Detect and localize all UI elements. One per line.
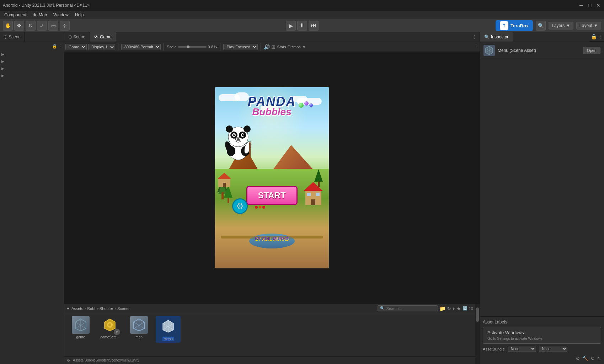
game-display-select[interactable]: Game bbox=[65, 44, 87, 50]
search-button[interactable]: 🔍 bbox=[536, 21, 546, 31]
more-inspector-icon[interactable]: ⋮ bbox=[598, 34, 603, 39]
svg-point-12 bbox=[226, 125, 233, 133]
cursor-icon[interactable]: ↖ bbox=[597, 355, 601, 361]
inspector-tabs: 🔍 Inspector 🔒 ⋮ bbox=[480, 32, 604, 42]
asset-bundle-row: AssetBundle None None bbox=[483, 346, 601, 352]
layout-label: Layout bbox=[579, 23, 592, 28]
toolbar-move-tool[interactable]: ✥ bbox=[14, 21, 24, 31]
menu-window[interactable]: Window bbox=[50, 12, 71, 18]
toolbar-hand-tool[interactable]: ✋ bbox=[3, 21, 13, 31]
asset-bundle-label: AssetBundle bbox=[483, 347, 505, 351]
start-button[interactable]: START bbox=[246, 186, 297, 205]
game-toolbar: Game Display 1 800x480 Portrait Scale 0.… bbox=[64, 42, 480, 52]
sync-icon[interactable]: ↻ bbox=[447, 306, 451, 311]
open-button[interactable]: Open bbox=[583, 47, 600, 54]
favorite-icon[interactable]: ♦ bbox=[453, 306, 455, 311]
minimize-button[interactable]: ─ bbox=[578, 2, 584, 8]
scene-tab[interactable]: ⬡ Scene bbox=[0, 32, 25, 42]
toolbar-scale-tool[interactable]: ⤢ bbox=[37, 21, 47, 31]
toolbar-rotate-tool[interactable]: ↻ bbox=[26, 21, 36, 31]
hierarchy-item-4[interactable]: ▶ bbox=[0, 72, 64, 79]
toolbar-rect-tool[interactable]: ▭ bbox=[48, 21, 58, 31]
bubbles-text: Bubbles bbox=[236, 106, 308, 118]
aspect-icon[interactable]: ⊞ bbox=[271, 44, 276, 50]
play-button[interactable]: ▶ bbox=[286, 21, 296, 31]
project-search-box[interactable]: 🔍 bbox=[378, 305, 438, 311]
breadcrumb-sep-1: › bbox=[85, 306, 86, 311]
settings-gear-button[interactable]: ⚙ bbox=[232, 198, 248, 214]
gizmos-button[interactable]: Gizmos bbox=[288, 45, 301, 49]
asset-bundle-variant-select[interactable]: None bbox=[539, 346, 567, 352]
star-icon[interactable]: ★ bbox=[456, 306, 461, 311]
refresh-icon[interactable]: ↻ bbox=[590, 355, 595, 361]
inspector-tab-label: Inspector bbox=[491, 34, 508, 39]
toolbar-sep-4 bbox=[261, 43, 261, 50]
game-view-options[interactable]: ⋮ bbox=[470, 34, 480, 39]
hierarchy-panel: ⬡ Scene 🔒 ⋮ ▶ ▶ ▶ ▶ bbox=[0, 32, 64, 364]
scene-tab-label: Scene bbox=[73, 34, 85, 39]
close-button[interactable]: ✕ bbox=[595, 2, 601, 8]
lock-icon[interactable]: 🔒 bbox=[52, 44, 57, 49]
scale-thumb[interactable] bbox=[187, 46, 189, 48]
scene-asset-icon bbox=[483, 45, 495, 56]
bottom-icons-row: ⚙ 🔨 ↻ ↖ bbox=[483, 354, 601, 361]
asset-labels-text: Asset Labels bbox=[483, 320, 507, 325]
hierarchy-item-2[interactable]: ▶ bbox=[0, 58, 64, 65]
layers-button[interactable]: Layers ▼ bbox=[549, 22, 573, 30]
game-screen: PANDA Bubbles START bbox=[215, 87, 329, 268]
layout-button[interactable]: Layout ▼ bbox=[576, 22, 601, 30]
layers-label: Layers bbox=[552, 23, 565, 28]
asset-map[interactable]: map bbox=[127, 316, 151, 339]
stats-button[interactable]: Stats bbox=[277, 45, 286, 49]
project-search-input[interactable] bbox=[386, 306, 435, 311]
asset-game-label: game bbox=[76, 335, 85, 339]
breadcrumb-assets[interactable]: Assets bbox=[71, 306, 83, 311]
window-controls[interactable]: ─ □ ✕ bbox=[578, 2, 601, 8]
maximize-button[interactable]: □ bbox=[587, 2, 593, 8]
resolution-select[interactable]: 800x480 Portrait bbox=[121, 44, 161, 50]
hierarchy-item-3[interactable]: ▶ bbox=[0, 65, 64, 72]
window-title: Android - Unity 2021.3.30f1 Personal <DX… bbox=[3, 3, 90, 8]
title-bar-text: Android - Unity 2021.3.30f1 Personal <DX… bbox=[3, 3, 90, 8]
build-icon[interactable]: 🔨 bbox=[582, 355, 588, 361]
toolbar-center: ▶ ⏸ ⏭ bbox=[286, 21, 319, 31]
breadcrumb-scenes[interactable]: Scenes bbox=[117, 306, 130, 311]
asset-game[interactable]: game bbox=[68, 316, 93, 339]
hierarchy-panel-tabs: ⬡ Scene bbox=[0, 32, 64, 42]
hierarchy-item-1[interactable]: ▶ bbox=[0, 50, 64, 58]
pause-button[interactable]: ⏸ bbox=[297, 21, 307, 31]
game-toolbar-options[interactable]: ⋮ bbox=[474, 44, 478, 49]
breadcrumb-sep-2: › bbox=[114, 306, 116, 311]
terabox-icon: T bbox=[500, 21, 508, 30]
game-view-tab[interactable]: 👁 Game bbox=[90, 32, 116, 42]
asset-gamesettings-icon: ⚙ bbox=[101, 316, 119, 334]
menu-help[interactable]: Help bbox=[72, 12, 87, 18]
toolbar-transform-tool[interactable]: ⊹ bbox=[60, 21, 70, 31]
inspector-panel: 🔍 Inspector 🔒 ⋮ Menu (Scene Asset) Open bbox=[480, 32, 604, 364]
scale-slider[interactable] bbox=[178, 46, 207, 48]
hierarchy-body: ▶ ▶ ▶ ▶ bbox=[0, 50, 64, 364]
collapse-icon[interactable]: ▼ bbox=[66, 306, 70, 311]
play-focused-select[interactable]: Play Focused bbox=[223, 44, 258, 50]
more-options-icon[interactable]: ⋮ bbox=[58, 44, 62, 49]
step-button[interactable]: ⏭ bbox=[309, 21, 319, 31]
breadcrumb-bubbleshooter[interactable]: BubbleShooter bbox=[87, 306, 113, 311]
gizmos-chevron[interactable]: ▼ bbox=[302, 45, 306, 49]
lock-inspector-icon[interactable]: 🔒 bbox=[591, 34, 597, 39]
asset-menu[interactable]: menu bbox=[156, 316, 181, 343]
project-scrollbar[interactable] bbox=[475, 304, 480, 364]
asset-gamesettings[interactable]: ⚙ gameSetti... bbox=[97, 316, 122, 339]
game-tab-label: Game bbox=[100, 34, 112, 39]
center-section: ⬡ Scene 👁 Game ⋮ Game Display 1 800x480 … bbox=[64, 32, 480, 364]
terabox-button[interactable]: T TeraBox bbox=[496, 20, 533, 31]
settings-bottom-icon[interactable]: ⚙ bbox=[576, 355, 580, 361]
menu-dotmob[interactable]: dotMob bbox=[30, 12, 50, 18]
show-in-explorer-icon[interactable]: 📁 bbox=[439, 306, 445, 311]
asset-menu-label: menu bbox=[162, 337, 173, 341]
scene-view-tab[interactable]: ⬡ Scene bbox=[64, 32, 90, 42]
audio-icon[interactable]: 🔊 bbox=[264, 44, 270, 50]
menu-component[interactable]: Component bbox=[1, 12, 29, 18]
asset-bundle-select[interactable]: None bbox=[508, 346, 536, 352]
display-num-select[interactable]: Display 1 bbox=[88, 44, 115, 50]
inspector-tab[interactable]: 🔍 Inspector bbox=[480, 32, 513, 42]
